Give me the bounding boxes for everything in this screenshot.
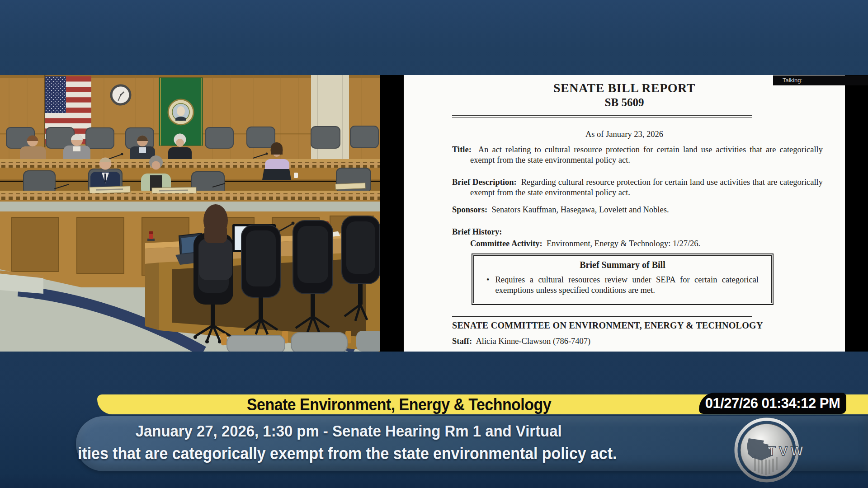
talking-indicator: Talking:: [773, 75, 868, 85]
brief-description-label: Brief Description:: [452, 178, 517, 187]
sponsors-text: Senators Kauffman, Hasegawa, Lovelett an…: [491, 205, 669, 214]
wall-clock: [111, 85, 130, 104]
hearing-room-scene: [0, 75, 380, 352]
hearing-room-video: [0, 75, 380, 352]
timestamp-badge: 01/27/26 01:34:12 PM: [699, 393, 846, 414]
staff-text: Alicia Kinne-Clawson (786-7407): [476, 337, 590, 346]
summary-bullet: • Requires a cultural resources review u…: [486, 275, 759, 295]
title-label: Title:: [452, 145, 472, 154]
gallery-rail: [0, 271, 43, 294]
brief-history-heading: Brief History:: [452, 227, 805, 237]
summary-heading: Brief Summary of Bill: [486, 259, 759, 270]
committee-activity-text: Environment, Energy & Technology: 1/27/2…: [547, 239, 700, 248]
staff-line: Staff: Alicia Kinne-Clawson (786-7407): [452, 336, 823, 347]
committee-heading: SENATE COMMITTEE ON ENVIRONMENT, ENERGY …: [452, 320, 763, 331]
tvw-logo-text: TVW: [768, 444, 805, 458]
bullet-glyph: •: [486, 275, 489, 295]
broadcast-media-row: SENATE BILL REPORT SB 5609 As of January…: [0, 75, 868, 352]
committee-activity-label: Committee Activity:: [470, 239, 542, 248]
bill-number: SB 5609: [404, 96, 845, 110]
title-text: An act relating to cultural resource pro…: [470, 145, 823, 164]
tvw-logo: TVW: [729, 417, 805, 483]
double-rule: [452, 115, 752, 117]
session-info: January 27, 2026, 1:30 pm - Senate Heari…: [136, 422, 514, 440]
committee-activity-line: Committee Activity: Environment, Energy …: [470, 239, 805, 249]
brief-description-text: Regarding cultural resource protection f…: [470, 178, 823, 197]
tvw-logo-graphic: TVW: [729, 417, 805, 483]
sponsors-label: Sponsors:: [452, 205, 487, 214]
brief-description-paragraph: Brief Description: Regarding cultural re…: [452, 177, 823, 197]
sponsors-paragraph: Sponsors: Senators Kauffman, Hasegawa, L…: [452, 205, 823, 215]
committee-name: Senate Environment, Energy & Technology: [243, 394, 555, 414]
summary-bullet-text: Requires a cultural resources review und…: [495, 275, 759, 295]
document-page: SENATE BILL REPORT SB 5609 As of January…: [404, 75, 845, 352]
brief-summary-inner: Brief Summary of Bill • Requires a cultu…: [473, 255, 772, 303]
ticker-text: ities that are categorically exempt from…: [78, 444, 617, 463]
brief-summary-box: Brief Summary of Bill • Requires a cultu…: [472, 253, 774, 305]
staff-label: Staff:: [452, 337, 472, 346]
as-of-date: As of January 23, 2026: [404, 129, 845, 140]
title-paragraph: Title: An act relating to cultural resou…: [452, 145, 823, 165]
section-rule: [452, 316, 752, 317]
